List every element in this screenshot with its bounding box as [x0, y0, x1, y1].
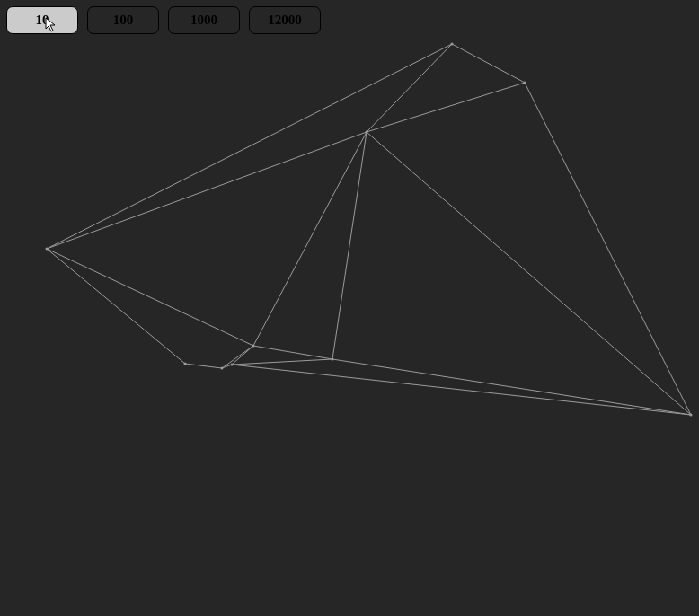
mesh-point — [366, 131, 368, 134]
points-1000-button[interactable]: 1000 — [168, 6, 240, 34]
mesh-edge — [47, 249, 253, 346]
mesh-point — [252, 345, 255, 348]
mesh-edge — [452, 44, 525, 83]
mesh-edge — [525, 83, 691, 415]
mesh-point — [231, 364, 234, 366]
mesh-edge — [332, 132, 367, 359]
mesh-edge — [232, 365, 691, 415]
mesh-point — [690, 414, 693, 417]
points-10-button[interactable]: 10 — [6, 6, 78, 34]
mesh-point — [524, 82, 526, 84]
mesh-edge — [47, 249, 185, 364]
mesh-edge — [232, 359, 332, 365]
mesh-point — [221, 367, 224, 370]
toolbar: 10 100 1000 12000 — [6, 6, 321, 34]
mesh-edge — [253, 346, 332, 359]
mesh-edge — [185, 364, 222, 368]
mesh-edge — [232, 346, 253, 365]
mesh-edge — [47, 44, 452, 249]
points-100-button[interactable]: 100 — [87, 6, 159, 34]
mesh-canvas[interactable] — [0, 0, 699, 616]
mesh-point — [184, 363, 187, 365]
mesh-edge — [47, 132, 367, 249]
mesh-point — [46, 248, 49, 251]
mesh-edge — [253, 132, 367, 346]
points-12000-button[interactable]: 12000 — [249, 6, 321, 34]
mesh-point — [451, 43, 454, 46]
mesh-point — [332, 358, 334, 361]
